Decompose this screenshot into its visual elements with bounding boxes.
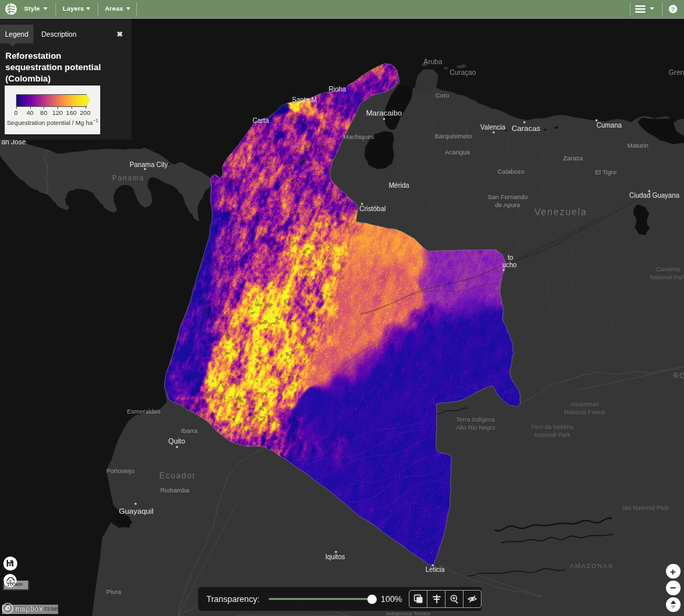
svg-text:Cristóbal: Cristóbal [359,205,385,212]
svg-text:Caracas: Caracas [512,124,540,132]
svg-text:Acarigua: Acarigua [445,148,470,156]
svg-text:Coro: Coro [436,92,450,99]
svg-text:Calabozo: Calabozo [498,168,524,175]
svg-text:El Tigre: El Tigre [595,168,617,176]
svg-text:Maracaibo: Maracaibo [366,109,402,117]
svg-text:National Park: National Park [534,432,571,438]
svg-text:Esmeraldas: Esmeraldas [127,408,160,415]
svg-text:RO: RO [673,372,684,379]
svg-text:Guayaquil: Guayaquil [119,507,154,515]
svg-text:National Park: National Park [650,274,684,281]
svg-text:Pico da Neblina: Pico da Neblina [531,424,573,430]
svg-text:?: ? [671,6,675,13]
svg-text:San Fernando: San Fernando [488,193,528,200]
svg-text:Terra Indígena: Terra Indígena [456,416,495,423]
svg-text:Panama City: Panama City [130,161,168,168]
svg-text:Quito: Quito [168,437,185,445]
svg-text:Machiques: Machiques [343,133,374,140]
svg-text:Zaraza: Zaraza [563,154,583,162]
svg-text:Portoviejo: Portoviejo [106,467,134,474]
svg-text:Panama: Panama [112,174,144,182]
svg-text:Leticia: Leticia [425,566,445,573]
svg-text:Ecuador: Ecuador [159,471,196,480]
svg-text:Aruba: Aruba [423,57,442,65]
svg-text:to: to [508,254,514,261]
svg-text:Carta: Carta [252,117,269,124]
svg-text:Amazonas: Amazonas [570,401,599,408]
svg-text:Venezuela: Venezuela [534,206,587,217]
svg-text:Ciudad Guayana: Ciudad Guayana [629,192,679,199]
svg-text:Alto Rio Negro: Alto Rio Negro [456,424,496,431]
svg-text:Iquitos: Iquitos [325,553,345,561]
svg-text:ucho: ucho [502,261,517,269]
svg-text:Canaima: Canaima [656,266,680,273]
svg-text:Indigenous Territor: Indigenous Territor [386,611,430,616]
svg-text:Ibarra: Ibarra [181,427,198,434]
svg-text:Rioha: Rioha [329,86,347,93]
svg-text:Santa M: Santa M [292,96,317,104]
svg-text:AMAZONAS: AMAZONAS [570,562,613,569]
svg-text:Gren: Gren [669,68,684,76]
svg-text:Curaçao: Curaçao [450,68,476,76]
svg-text:Barquisimeto: Barquisimeto [435,132,472,140]
svg-text:Riobamba: Riobamba [160,486,190,494]
svg-text:Maturin: Maturin [627,142,649,149]
svg-text:Jaú National Park: Jaú National Park [621,504,669,511]
svg-text:National Forest: National Forest [564,409,605,416]
svg-text:Mérida: Mérida [389,182,409,189]
svg-text:de Apure: de Apure [495,201,520,208]
svg-text:Cumana: Cumana [596,122,622,129]
svg-text:Valencia: Valencia [480,124,506,131]
svg-text:Piura: Piura [106,588,122,595]
